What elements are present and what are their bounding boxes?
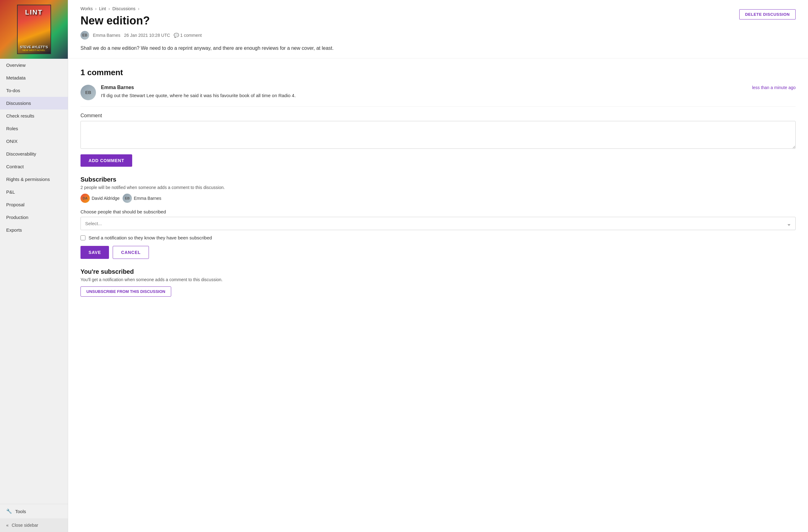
nav-items: Overview Metadata To-dos Discussions Che… (0, 59, 68, 236)
comment-text: I'll dig out the Stewart Lee quote, wher… (101, 92, 796, 99)
subscriber-name-2: Emma Barnes (134, 196, 161, 201)
subscribed-section: You're subscribed You'll get a notificat… (80, 268, 796, 297)
wrench-icon: 🔧 (6, 509, 12, 514)
sidebar-item-rights-permissions[interactable]: Rights & permissions (0, 173, 68, 186)
unsubscribe-button[interactable]: UNSUBSCRIBE FROM THIS DISCUSSION (80, 286, 171, 297)
discussion-meta: EB Emma Barnes 26 Jan 2021 10:28 UTC 💬 1… (80, 31, 796, 40)
subscribers-description: 2 people will be notified when someone a… (80, 185, 796, 190)
comment-author-avatar: EB (80, 85, 96, 100)
comments-heading: 1 comment (80, 68, 796, 77)
breadcrumb-sep-2: › (108, 6, 110, 11)
breadcrumb-sep-3: › (138, 6, 140, 11)
author-avatar: EB (80, 31, 89, 40)
choose-people-label: Choose people that should be subscribed (80, 209, 796, 214)
subscriber-chip-2: EB Emma Barnes (123, 194, 161, 203)
discussion-author: Emma Barnes (93, 33, 121, 38)
sidebar: LINT STEVE AYLETT'S NEW WEST-NOVEL Overv… (0, 0, 68, 532)
select-wrapper: ⌄ (80, 217, 796, 230)
comment-form: Comment ADD COMMENT (80, 113, 796, 167)
sidebar-item-overview[interactable]: Overview (0, 59, 68, 72)
subscribers-section: Subscribers 2 people will be notified wh… (80, 176, 796, 259)
sidebar-item-discussions[interactable]: Discussions (0, 97, 68, 110)
people-select-input[interactable] (80, 217, 796, 230)
delete-discussion-button[interactable]: DELETE DISCUSSION (739, 9, 796, 19)
discussion-body: Shall we do a new edition? We need to do… (80, 44, 796, 52)
chevron-left-icon: « (6, 523, 9, 528)
breadcrumb-lint[interactable]: Lint (99, 6, 106, 11)
save-button[interactable]: SAVE (80, 246, 109, 259)
subscriber-name-1: David Aldridge (92, 196, 120, 201)
sidebar-item-onix[interactable]: ONIX (0, 135, 68, 148)
subscribed-description: You'll get a notification when someone a… (80, 277, 796, 282)
sidebar-item-roles[interactable]: Roles (0, 122, 68, 135)
save-cancel-row: SAVE CANCEL (80, 246, 796, 259)
subscriber-chip-1: DA David Aldridge (80, 194, 120, 203)
sidebar-item-exports[interactable]: Exports (0, 224, 68, 236)
comment-timestamp: less than a minute ago (752, 85, 796, 90)
subscribed-heading: You're subscribed (80, 268, 796, 275)
sidebar-item-production[interactable]: Production (0, 211, 68, 224)
sidebar-item-todos[interactable]: To-dos (0, 84, 68, 97)
comment-label: Comment (80, 113, 796, 118)
breadcrumb-discussions[interactable]: Discussions (112, 6, 135, 11)
close-sidebar-label: Close sidebar (12, 523, 38, 528)
book-cover-subtitle: NEW WEST-NOVEL (23, 49, 45, 52)
main-content: Works › Lint › Discussions › New edition… (68, 0, 808, 532)
discussion-header: Works › Lint › Discussions › New edition… (68, 0, 808, 58)
comment-body: Emma Barnes less than a minute ago I'll … (101, 85, 796, 100)
sidebar-item-contract[interactable]: Contract (0, 160, 68, 173)
comment-item: EB Emma Barnes less than a minute ago I'… (80, 85, 796, 107)
notification-label[interactable]: Send a notification so they know they ha… (89, 235, 212, 240)
comment-author-name: Emma Barnes (101, 85, 134, 90)
content-area: 1 comment EB Emma Barnes less than a min… (68, 58, 808, 306)
breadcrumb-sep-1: › (95, 6, 97, 11)
comment-header: Emma Barnes less than a minute ago (101, 85, 796, 90)
discussion-title: New edition? (80, 14, 796, 27)
notification-checkbox[interactable] (80, 235, 86, 240)
comment-textarea[interactable] (80, 121, 796, 149)
subscriber-avatar-da: DA (80, 194, 90, 203)
sidebar-item-metadata[interactable]: Metadata (0, 72, 68, 84)
tools-label: Tools (15, 509, 26, 514)
comment-count: 💬 1 comment (174, 33, 202, 38)
subscriber-avatar-eb: EB (123, 194, 132, 203)
sidebar-item-discoverability[interactable]: Discoverability (0, 148, 68, 160)
breadcrumb: Works › Lint › Discussions › (80, 6, 796, 11)
add-comment-button[interactable]: ADD COMMENT (80, 154, 132, 167)
comment-count-label: 1 comment (180, 33, 202, 38)
chat-icon: 💬 (174, 33, 179, 38)
sidebar-item-check-results[interactable]: Check results (0, 110, 68, 122)
discussion-date: 26 Jan 2021 10:28 UTC (124, 33, 170, 38)
sidebar-footer: 🔧 Tools « Close sidebar (0, 504, 68, 532)
book-cover: LINT STEVE AYLETT'S NEW WEST-NOVEL (0, 0, 68, 59)
cancel-button[interactable]: CANCEL (113, 246, 149, 259)
tools-menu-item[interactable]: 🔧 Tools (0, 504, 68, 518)
sidebar-item-pl[interactable]: P&L (0, 186, 68, 198)
sidebar-item-proposal[interactable]: Proposal (0, 198, 68, 211)
subscribers-heading: Subscribers (80, 176, 796, 183)
breadcrumb-works[interactable]: Works (80, 6, 93, 11)
book-cover-title: STEVE AYLETT'S (20, 45, 48, 49)
notification-checkbox-row: Send a notification so they know they ha… (80, 235, 796, 240)
close-sidebar-button[interactable]: « Close sidebar (0, 518, 68, 532)
subscribers-avatars: DA David Aldridge EB Emma Barnes (80, 194, 796, 203)
